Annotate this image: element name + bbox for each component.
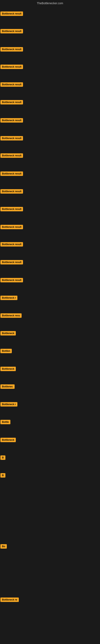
bottleneck-badge[interactable]: Bottleneck <box>0 331 16 336</box>
list-item: Bottleneck result <box>0 189 23 194</box>
list-item: Bottleneck result <box>0 136 23 141</box>
list-item: Bottleneck result <box>0 153 23 158</box>
list-item: Bo <box>0 544 7 550</box>
list-item: Bottleneck r <box>0 296 17 301</box>
bottleneck-badge[interactable]: Bottleneck result <box>0 118 23 122</box>
list-item: Bottleneck result <box>0 278 23 283</box>
bottleneck-badge[interactable]: Bottleneck <box>0 438 16 442</box>
bottleneck-badge[interactable]: B <box>0 456 5 460</box>
list-item: B <box>0 456 5 461</box>
list-item: Bottleneck r <box>0 402 17 407</box>
bottleneck-badge[interactable]: Bo <box>0 544 7 548</box>
list-item: Bottleneck result <box>0 172 23 177</box>
bottleneck-badge[interactable]: Bottleneck result <box>0 136 23 140</box>
list-item: Bottleneck re <box>0 598 19 603</box>
bottleneck-badge[interactable]: Bottleneck result <box>0 153 23 158</box>
bottleneck-badge[interactable]: Bottleneck <box>0 367 16 371</box>
bottleneck-badge[interactable]: Bottleneck result <box>0 207 23 211</box>
bottleneck-badge[interactable]: Bottleneck r <box>0 402 17 406</box>
site-title: TheBottlenecker.com <box>0 0 100 6</box>
bottleneck-badge[interactable]: Bottleneck re <box>0 598 19 602</box>
list-item: Bottleneck result <box>0 64 23 70</box>
bottleneck-badge[interactable]: Bottleneck result <box>0 100 23 104</box>
bottleneck-badge[interactable]: Bottleneck result <box>0 278 23 282</box>
list-item: B <box>0 473 5 478</box>
list-item: Bottleneck <box>0 367 16 372</box>
bottleneck-badge[interactable]: B <box>0 473 5 478</box>
bottleneck-badge[interactable]: Bottleneck result <box>0 172 23 176</box>
list-item: Bottleneck result <box>0 242 23 247</box>
bottleneck-badge[interactable]: Bottleneck result <box>0 242 23 246</box>
bottleneck-badge[interactable]: Bottlen <box>0 349 12 353</box>
list-item: Bottleneck result <box>0 82 23 88</box>
bottleneck-badge[interactable]: Bottlenec <box>0 384 15 389</box>
bottleneck-badge[interactable]: Bottleneck result <box>0 29 23 34</box>
list-item: Bottleneck <box>0 438 16 443</box>
bottleneck-badge[interactable]: Bottleneck result <box>0 12 23 16</box>
list-item: Bottleneck result <box>0 225 23 230</box>
list-item: Bottleneck result <box>0 12 23 17</box>
list-item: Bottleneck result <box>0 29 23 34</box>
list-item: Bottleneck <box>0 331 16 336</box>
list-item: Bottlenec <box>0 384 15 390</box>
bottleneck-badge[interactable]: Bottleneck result <box>0 64 23 69</box>
list-item: Bottleneck result <box>0 260 23 265</box>
list-item: Bottlen <box>0 349 12 354</box>
list-item: Bottleneck result <box>0 207 23 212</box>
bottleneck-badge[interactable]: Bottleneck r <box>0 296 17 300</box>
bottleneck-badge[interactable]: Bottleneck result <box>0 82 23 87</box>
list-item: Bottle <box>0 420 10 425</box>
list-item: Bottleneck result <box>0 100 23 105</box>
bottleneck-badge[interactable]: Bottleneck resu <box>0 313 22 318</box>
bottleneck-badge[interactable]: Bottleneck result <box>0 47 23 52</box>
bottleneck-badge[interactable]: Bottleneck result <box>0 225 23 229</box>
list-item: Bottleneck result <box>0 47 23 52</box>
list-item: Bottleneck result <box>0 118 23 123</box>
bottleneck-badge[interactable]: Bottleneck result <box>0 260 23 264</box>
bottleneck-badge[interactable]: Bottle <box>0 420 10 424</box>
bottleneck-badge[interactable]: Bottleneck result <box>0 189 23 194</box>
list-item: Bottleneck resu <box>0 313 22 318</box>
